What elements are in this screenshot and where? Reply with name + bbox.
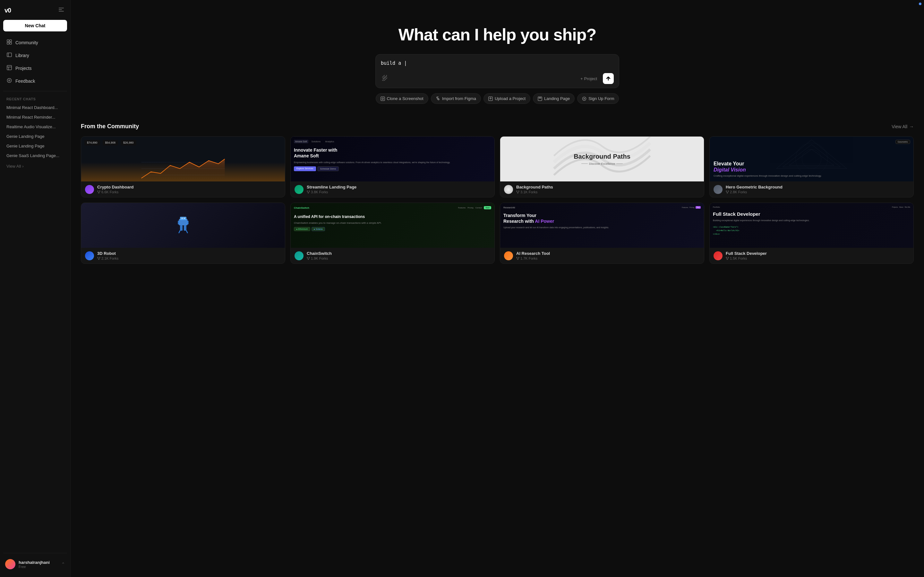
new-chat-button[interactable]: New Chat: [3, 20, 67, 31]
library-icon: [6, 52, 12, 59]
signup-form-button[interactable]: Sign Up Form: [577, 93, 619, 104]
view-all-chats-button[interactable]: View All ›: [3, 162, 67, 171]
sidebar-item-library[interactable]: Library: [3, 49, 67, 61]
card-info-fullstack: Full Stack Developer 1.5K Forks: [726, 251, 909, 260]
fork-icon-3: [516, 190, 519, 193]
svg-rect-2: [59, 11, 64, 11]
feedback-icon: [6, 78, 12, 84]
card-avatar-crypto: [85, 185, 94, 194]
card-avatar-research: [504, 251, 513, 260]
screenshot-icon: [381, 97, 385, 101]
avatar: [5, 559, 15, 569]
landing-page-button[interactable]: Landing Page: [533, 93, 575, 104]
svg-rect-51: [184, 226, 186, 231]
recent-chat-4[interactable]: Genie Landing Page: [3, 132, 67, 141]
community-header: From the Community View All →: [81, 123, 914, 130]
recent-chat-6[interactable]: Genie SaaS Landing Page...: [3, 151, 67, 160]
community-card-bgpaths[interactable]: Background Paths Discover Excellence Bac…: [500, 136, 704, 197]
community-label: Community: [15, 40, 38, 45]
prompt-actions: + Project: [381, 73, 614, 84]
svg-point-57: [307, 257, 308, 258]
card-image-chain: ChainSwitch Features Pricing Contact Sta…: [291, 203, 494, 248]
card-title-herogeo: Hero Geometric Background: [726, 185, 909, 189]
svg-rect-3: [7, 40, 9, 42]
fork-icon-6: [307, 257, 310, 260]
community-section: From the Community View All →: [71, 117, 924, 282]
quick-actions: Clone a Screenshot Import from Figma Upl…: [375, 93, 619, 104]
community-card-research[interactable]: ResearchAI Features Pricing Pro Transfor…: [500, 203, 704, 264]
card-info-chain: ChainSwitch 1.9K Forks: [307, 251, 491, 260]
community-icon: [6, 39, 12, 46]
attach-button[interactable]: [381, 74, 389, 84]
svg-point-42: [728, 191, 729, 191]
sidebar-toggle-button[interactable]: [57, 5, 66, 15]
recent-chat-2[interactable]: Minimal React Reminder...: [3, 113, 67, 122]
upload-project-button[interactable]: Upload a Project: [483, 93, 530, 104]
card-image-bgpaths: Background Paths Discover Excellence: [500, 137, 704, 181]
add-project-button[interactable]: + Project: [577, 74, 600, 83]
card-image-research: ResearchAI Features Pricing Pro Transfor…: [500, 203, 704, 248]
card-title-chain: ChainSwitch: [307, 251, 491, 256]
svg-point-63: [726, 257, 727, 258]
svg-rect-4: [10, 40, 11, 42]
community-card-crypto[interactable]: $74,890 $54,908 $26,980 Crypto Dashboard: [81, 136, 285, 197]
svg-point-28: [307, 191, 308, 191]
community-card-robot[interactable]: 3D Robot 2.1K Forks: [81, 203, 285, 264]
svg-point-25: [97, 191, 98, 191]
user-name: harshalranjhani: [19, 560, 58, 565]
svg-point-12: [7, 79, 11, 83]
sidebar-item-feedback[interactable]: Feedback: [3, 75, 67, 87]
community-card-streamline[interactable]: Amane Soft Solutions Analytics Innovate …: [290, 136, 495, 197]
send-button[interactable]: [603, 73, 614, 84]
svg-rect-1: [59, 9, 62, 10]
svg-rect-5: [7, 42, 9, 44]
svg-point-15: [382, 98, 383, 99]
card-info-herogeo: Hero Geometric Background 2.8K Forks: [726, 185, 909, 194]
recent-chat-5[interactable]: Genie Landing Page: [3, 141, 67, 151]
community-card-chain[interactable]: ChainSwitch Features Pricing Contact Sta…: [290, 203, 495, 264]
community-card-fullstack[interactable]: Portfolio Projects About Hire Me Full St…: [709, 203, 914, 264]
landing-page-icon: [538, 97, 542, 101]
main-content: What can I help you ship? build a | + Pr…: [71, 0, 924, 577]
clone-screenshot-button[interactable]: Clone a Screenshot: [376, 93, 428, 104]
svg-rect-45: [180, 217, 186, 220]
svg-point-64: [728, 257, 729, 258]
form-icon: [582, 97, 586, 101]
svg-point-33: [519, 191, 519, 191]
recent-chats-label: Recent Chats: [3, 96, 67, 103]
svg-rect-48: [178, 221, 179, 225]
card-avatar-streamline: [294, 185, 304, 194]
recent-chat-3[interactable]: Realtime Audio Visualize...: [3, 122, 67, 131]
svg-rect-6: [10, 42, 11, 44]
import-figma-button[interactable]: Import from Figma: [431, 93, 481, 104]
fork-icon-4: [726, 190, 729, 193]
svg-rect-17: [538, 97, 542, 101]
user-profile-button[interactable]: harshalranjhani Free ⌃: [3, 556, 67, 572]
svg-rect-49: [187, 221, 188, 225]
arrow-right-icon: →: [909, 124, 914, 129]
card-forks-robot: 2.1K Forks: [97, 256, 281, 260]
card-image-fullstack: Portfolio Projects About Hire Me Full St…: [710, 203, 913, 248]
svg-rect-9: [7, 65, 11, 70]
svg-line-53: [186, 231, 187, 233]
feedback-label: Feedback: [15, 79, 35, 84]
sidebar-item-community[interactable]: Community: [3, 37, 67, 49]
card-meta-research: AI Research Tool 1.7K Forks: [500, 248, 704, 263]
crypto-chart-svg: [81, 156, 285, 181]
sidebar-item-projects[interactable]: Projects: [3, 62, 67, 74]
view-all-community-button[interactable]: View All →: [892, 124, 914, 129]
svg-point-61: [519, 257, 519, 258]
sidebar-toggle-icon: [58, 6, 65, 13]
prompt-input[interactable]: build a |: [381, 60, 614, 69]
community-card-herogeo[interactable]: Geometric Elevate Your Digital Vision Cr…: [709, 136, 914, 197]
svg-point-55: [99, 257, 100, 258]
notification-dot: [919, 3, 921, 5]
card-title-research: AI Research Tool: [516, 251, 700, 256]
card-meta-streamline: Streamline Landing Page 3.8K Forks: [291, 181, 494, 197]
prompt-box: build a | + Project: [375, 54, 619, 88]
recent-chat-1[interactable]: Minimal React Dashboard...: [3, 103, 67, 112]
card-image-streamline: Amane Soft Solutions Analytics Innovate …: [291, 137, 494, 181]
svg-rect-14: [381, 97, 384, 101]
send-icon: [606, 76, 611, 81]
fork-icon-5: [97, 257, 100, 260]
